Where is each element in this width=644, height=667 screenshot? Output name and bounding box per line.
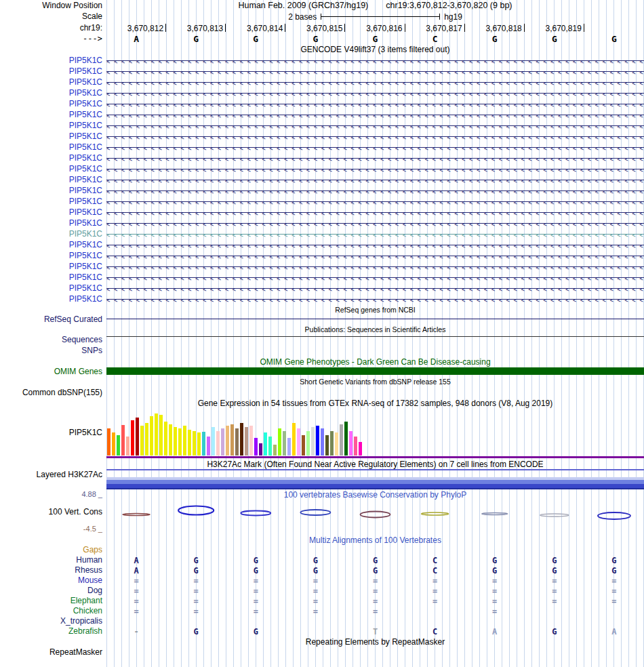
- gencode-transcript-label[interactable]: PIP5K1C: [0, 109, 106, 120]
- gtex-expression-bar[interactable]: [297, 428, 300, 456]
- sequences-track[interactable]: [106, 335, 644, 345]
- species-label[interactable]: Dog: [0, 586, 106, 596]
- gencode-transcript-line[interactable]: <<<<<<<<<<<<<<<<<<<<<<<<<<<<<<<<<<<<<<<<…: [106, 272, 644, 283]
- gtex-expression-bar[interactable]: [354, 437, 357, 456]
- gtex-expression-bar[interactable]: [193, 431, 196, 456]
- gencode-transcript-line[interactable]: <<<<<<<<<<<<<<<<<<<<<<<<<<<<<<<<<<<<<<<<…: [106, 98, 644, 109]
- gencode-transcript-label[interactable]: PIP5K1C: [0, 272, 106, 283]
- gtex-expression-bar[interactable]: [344, 422, 348, 456]
- gencode-transcript-line[interactable]: <<<<<<<<<<<<<<<<<<<<<<<<<<<<<<<<<<<<<<<<…: [106, 66, 644, 77]
- gtex-expression-bar[interactable]: [121, 425, 125, 456]
- gtex-expression-bar[interactable]: [273, 445, 277, 456]
- repeatmasker-track[interactable]: [106, 647, 644, 658]
- h3k27ac-layers[interactable]: [106, 469, 644, 489]
- gencode-transcript-line[interactable]: <<<<<<<<<<<<<<<<<<<<<<<<<<<<<<<<<<<<<<<<…: [106, 283, 644, 294]
- gencode-transcript-label[interactable]: PIP5K1C: [0, 131, 106, 142]
- gtex-expression-bar[interactable]: [197, 432, 201, 456]
- gencode-transcript-line[interactable]: <<<<<<<<<<<<<<<<<<<<<<<<<<<<<<<<<<<<<<<<…: [106, 250, 644, 261]
- gencode-transcript-line[interactable]: <<<<<<<<<<<<<<<<<<<<<<<<<<<<<<<<<<<<<<<<…: [106, 228, 644, 239]
- gtex-gene-label[interactable]: PIP5K1C: [0, 409, 106, 456]
- gencode-transcript-line[interactable]: <<<<<<<<<<<<<<<<<<<<<<<<<<<<<<<<<<<<<<<<…: [106, 185, 644, 196]
- gtex-expression-bar[interactable]: [212, 427, 215, 456]
- gtex-expression-bar[interactable]: [174, 427, 177, 456]
- gtex-expression-bar[interactable]: [169, 424, 172, 456]
- gencode-transcript-line[interactable]: <<<<<<<<<<<<<<<<<<<<<<<<<<<<<<<<<<<<<<<<…: [106, 87, 644, 98]
- gtex-expression-bar[interactable]: [140, 426, 144, 456]
- gtex-expression-bar[interactable]: [131, 420, 134, 456]
- gtex-expression-bar[interactable]: [340, 424, 343, 456]
- gencode-transcript-line[interactable]: <<<<<<<<<<<<<<<<<<<<<<<<<<<<<<<<<<<<<<<<…: [106, 294, 644, 304]
- gtex-expression-bar[interactable]: [292, 423, 296, 456]
- gencode-transcript-label[interactable]: PIP5K1C: [0, 294, 106, 304]
- gtex-expression-bar[interactable]: [155, 413, 158, 456]
- species-label[interactable]: Human: [0, 555, 106, 565]
- species-label[interactable]: Rhesus: [0, 565, 106, 575]
- gtex-expression-bar[interactable]: [159, 415, 163, 456]
- gtex-expression-bar[interactable]: [245, 427, 248, 456]
- gencode-transcript-label[interactable]: PIP5K1C: [0, 283, 106, 294]
- h3k27ac-label[interactable]: Layered H3K27Ac: [0, 469, 106, 489]
- gtex-expression-bar[interactable]: [287, 438, 291, 456]
- gtex-expression-bar[interactable]: [145, 423, 148, 456]
- gtex-expression-bar[interactable]: [226, 426, 229, 456]
- gencode-transcript-label[interactable]: PIP5K1C: [0, 228, 106, 239]
- gtex-expression-bar[interactable]: [112, 432, 115, 456]
- gtex-expression-bar[interactable]: [117, 435, 120, 456]
- snps-track[interactable]: [106, 345, 644, 357]
- gtex-expression-bar[interactable]: [325, 435, 329, 456]
- gencode-transcript-line[interactable]: <<<<<<<<<<<<<<<<<<<<<<<<<<<<<<<<<<<<<<<<…: [106, 55, 644, 66]
- gencode-transcript-line[interactable]: <<<<<<<<<<<<<<<<<<<<<<<<<<<<<<<<<<<<<<<<…: [106, 163, 644, 174]
- species-label[interactable]: X_tropicalis: [0, 616, 106, 626]
- gencode-transcript-label[interactable]: PIP5K1C: [0, 250, 106, 261]
- species-label[interactable]: Chicken: [0, 606, 106, 616]
- gencode-transcript-label[interactable]: PIP5K1C: [0, 142, 106, 153]
- gtex-expression-bar[interactable]: [259, 443, 262, 456]
- gencode-transcript-line[interactable]: <<<<<<<<<<<<<<<<<<<<<<<<<<<<<<<<<<<<<<<<…: [106, 153, 644, 163]
- gtex-expression-bar[interactable]: [268, 437, 272, 456]
- repeatmasker-label[interactable]: RepeatMasker: [0, 647, 106, 658]
- sequences-label[interactable]: Sequences: [0, 335, 106, 345]
- refseq-curated-label[interactable]: RefSeq Curated: [0, 315, 106, 324]
- dbsnp-label[interactable]: Common dbSNP(155): [0, 388, 106, 397]
- dbsnp-track[interactable]: [106, 388, 644, 397]
- gtex-expression-bar[interactable]: [183, 426, 186, 456]
- gtex-expression-bar[interactable]: [249, 426, 253, 456]
- gtex-expression-bar[interactable]: [164, 422, 167, 456]
- gencode-transcript-label[interactable]: PIP5K1C: [0, 218, 106, 228]
- gtex-expression-bar[interactable]: [264, 432, 267, 456]
- gencode-transcript-line[interactable]: <<<<<<<<<<<<<<<<<<<<<<<<<<<<<<<<<<<<<<<<…: [106, 218, 644, 228]
- gencode-transcript-line[interactable]: <<<<<<<<<<<<<<<<<<<<<<<<<<<<<<<<<<<<<<<<…: [106, 207, 644, 218]
- omim-track[interactable]: [106, 367, 644, 376]
- gtex-expression-bar[interactable]: [178, 428, 182, 456]
- gtex-expression-bar[interactable]: [335, 432, 338, 456]
- gtex-expression-bar[interactable]: [283, 431, 286, 456]
- species-label[interactable]: Mouse: [0, 575, 106, 586]
- gencode-transcript-label[interactable]: PIP5K1C: [0, 120, 106, 131]
- gtex-expression-bar[interactable]: [359, 442, 362, 456]
- gencode-transcript-line[interactable]: <<<<<<<<<<<<<<<<<<<<<<<<<<<<<<<<<<<<<<<<…: [106, 131, 644, 142]
- gtex-expression-bar[interactable]: [230, 424, 234, 456]
- gtex-expression-bar[interactable]: [254, 438, 258, 456]
- species-label[interactable]: Elephant: [0, 596, 106, 606]
- gencode-transcript-label[interactable]: PIP5K1C: [0, 98, 106, 109]
- gtex-expression-bar[interactable]: [349, 431, 353, 456]
- species-label[interactable]: Zebrafish: [0, 626, 106, 636]
- species-label[interactable]: Gaps: [0, 545, 106, 555]
- gtex-expression-bar[interactable]: [202, 432, 205, 456]
- gtex-expression-bar[interactable]: [302, 435, 305, 456]
- gencode-transcript-label[interactable]: PIP5K1C: [0, 185, 106, 196]
- gencode-transcript-line[interactable]: <<<<<<<<<<<<<<<<<<<<<<<<<<<<<<<<<<<<<<<<…: [106, 77, 644, 87]
- gtex-track[interactable]: [106, 409, 644, 456]
- omim-genes-label[interactable]: OMIM Genes: [0, 367, 106, 376]
- gencode-transcript-label[interactable]: PIP5K1C: [0, 261, 106, 272]
- gencode-transcript-line[interactable]: <<<<<<<<<<<<<<<<<<<<<<<<<<<<<<<<<<<<<<<<…: [106, 196, 644, 207]
- gtex-expression-bar[interactable]: [306, 431, 310, 456]
- gtex-expression-bar[interactable]: [107, 428, 110, 456]
- gencode-transcript-label[interactable]: PIP5K1C: [0, 66, 106, 77]
- gtex-expression-bar[interactable]: [207, 437, 210, 456]
- gtex-expression-bar[interactable]: [126, 437, 129, 456]
- gencode-transcript-label[interactable]: PIP5K1C: [0, 174, 106, 185]
- gencode-transcript-label[interactable]: PIP5K1C: [0, 207, 106, 218]
- gencode-transcript-label[interactable]: PIP5K1C: [0, 77, 106, 87]
- refseq-track[interactable]: [106, 315, 644, 324]
